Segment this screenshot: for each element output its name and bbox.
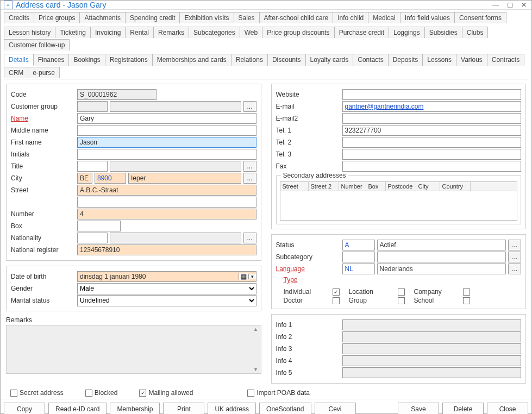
middle-name-field[interactable] bbox=[77, 125, 256, 136]
tab-lesson-history[interactable]: Lesson history bbox=[4, 27, 55, 38]
tab-various[interactable]: Various bbox=[456, 54, 487, 66]
email-field[interactable]: gantner@gantnerindia.com bbox=[342, 101, 522, 112]
tab-finances[interactable]: Finances bbox=[33, 54, 70, 66]
email2-field[interactable] bbox=[342, 113, 522, 124]
language-code-field[interactable] bbox=[342, 264, 375, 274]
tab-contacts[interactable]: Contacts bbox=[353, 54, 388, 66]
tab-remarks[interactable]: Remarks bbox=[153, 27, 189, 38]
uk-address-button[interactable]: UK address bbox=[208, 403, 256, 414]
tab-consent-forms[interactable]: Consent forms bbox=[454, 12, 506, 23]
tab-invoicing[interactable]: Invoicing bbox=[90, 27, 126, 38]
tab-subsidies[interactable]: Subsidies bbox=[424, 27, 462, 38]
delete-button[interactable]: Delete bbox=[442, 403, 484, 414]
customer-group-lookup-button[interactable]: ... bbox=[243, 101, 256, 112]
nationality-code-field[interactable] bbox=[77, 233, 108, 243]
tab-ticketing[interactable]: Ticketing bbox=[55, 27, 91, 38]
tel1-field[interactable] bbox=[342, 125, 522, 136]
marital-select[interactable]: Undefined bbox=[77, 295, 256, 306]
minimize-icon[interactable]: — bbox=[491, 1, 500, 9]
tab-bookings[interactable]: Bookings bbox=[68, 54, 105, 66]
mailing-checkbox[interactable]: ✓ bbox=[139, 390, 146, 397]
tab-rental[interactable]: Rental bbox=[125, 27, 154, 38]
language-lookup-button[interactable]: ... bbox=[508, 264, 521, 274]
grid-header-number[interactable]: Number bbox=[339, 182, 366, 191]
tab-lessons[interactable]: Lessons bbox=[422, 54, 456, 66]
tab-memberships-and-cards[interactable]: Memberships and cards bbox=[152, 54, 231, 66]
company-checkbox[interactable] bbox=[463, 288, 470, 296]
grid-header-street[interactable]: Street bbox=[280, 182, 309, 191]
calendar-icon[interactable]: ▦ bbox=[239, 273, 248, 280]
label-type[interactable]: Type bbox=[284, 276, 298, 284]
tab-price-group-discounts[interactable]: Price group discounts bbox=[262, 27, 334, 38]
initials-field[interactable] bbox=[77, 149, 256, 160]
secret-checkbox[interactable] bbox=[10, 390, 17, 397]
tab-after-school-child-care[interactable]: After-school child care bbox=[259, 12, 334, 23]
secondary-addresses-grid[interactable]: StreetStreet 2NumberBoxPostcodeCityCount… bbox=[280, 181, 518, 221]
close-button[interactable]: Close bbox=[487, 403, 528, 414]
tab-deposits[interactable]: Deposits bbox=[388, 54, 423, 66]
grid-header-street-2[interactable]: Street 2 bbox=[309, 182, 339, 191]
maximize-icon[interactable]: ▢ bbox=[505, 1, 514, 9]
onescotland-button[interactable]: OneScotland bbox=[259, 403, 311, 414]
tab-spending-credit[interactable]: Spending credit bbox=[125, 12, 180, 23]
tab-info-child[interactable]: Info child bbox=[333, 12, 368, 23]
close-icon[interactable]: ✕ bbox=[520, 1, 528, 9]
website-field[interactable] bbox=[342, 89, 522, 100]
remarks-scrollbar[interactable]: ▲▼ bbox=[252, 327, 260, 372]
individual-checkbox[interactable]: ✓ bbox=[333, 288, 340, 296]
number-field[interactable] bbox=[77, 209, 256, 219]
title-code-field[interactable] bbox=[77, 161, 108, 172]
status-code-field[interactable] bbox=[342, 240, 375, 250]
secret-address-option[interactable]: Secret address bbox=[10, 389, 64, 397]
tab-relations[interactable]: Relations bbox=[231, 54, 268, 66]
tab-discounts[interactable]: Discounts bbox=[267, 54, 306, 66]
chevron-down-icon[interactable]: ▾ bbox=[248, 274, 256, 279]
street2-field[interactable] bbox=[77, 197, 256, 208]
tab-web[interactable]: Web bbox=[240, 27, 262, 38]
tab-subcategories[interactable]: Subcategories bbox=[189, 27, 240, 38]
status-lookup-button[interactable]: ... bbox=[508, 240, 521, 250]
blocked-checkbox[interactable] bbox=[85, 390, 92, 397]
first-name-field[interactable] bbox=[77, 137, 256, 148]
dob-field[interactable]: dinsdag 1 januari 1980 ▦ ▾ bbox=[77, 271, 256, 282]
nationality-lookup-button[interactable]: ... bbox=[243, 233, 256, 243]
subcategory-lookup-button[interactable]: ... bbox=[508, 252, 521, 262]
tab-price-groups[interactable]: Price groups bbox=[34, 12, 80, 23]
tab-contracts[interactable]: Contracts bbox=[487, 54, 524, 66]
print-button[interactable]: Print bbox=[163, 403, 204, 414]
city-lookup-button[interactable]: ... bbox=[243, 173, 256, 184]
label-name[interactable]: Name bbox=[11, 115, 75, 122]
grid-header-box[interactable]: Box bbox=[366, 182, 386, 191]
import-checkbox[interactable] bbox=[247, 390, 254, 397]
save-button[interactable]: Save bbox=[398, 403, 439, 414]
fax-field[interactable] bbox=[342, 161, 522, 172]
grid-header-city[interactable]: City bbox=[416, 182, 440, 191]
copy-button[interactable]: Copy bbox=[4, 403, 45, 414]
blocked-option[interactable]: Blocked bbox=[85, 389, 118, 397]
import-poab-option[interactable]: Import POAB data bbox=[247, 389, 309, 397]
tab-credits[interactable]: Credits bbox=[4, 12, 34, 23]
city-postcode-field[interactable] bbox=[95, 173, 126, 184]
tab-registrations[interactable]: Registrations bbox=[105, 54, 153, 66]
cevi-button[interactable]: Cevi bbox=[315, 403, 356, 414]
tab-details[interactable]: Details bbox=[4, 54, 34, 66]
tab-crm[interactable]: CRM bbox=[4, 67, 28, 78]
national-register-field[interactable] bbox=[77, 244, 256, 255]
school-checkbox[interactable] bbox=[463, 297, 470, 304]
name-field[interactable] bbox=[77, 113, 256, 124]
info2-field[interactable] bbox=[342, 331, 522, 342]
location-checkbox[interactable] bbox=[398, 288, 405, 296]
street-field[interactable] bbox=[77, 185, 256, 196]
grid-header-postcode[interactable]: Postcode bbox=[386, 182, 416, 191]
info1-field[interactable] bbox=[342, 319, 522, 330]
city-name-field[interactable] bbox=[128, 173, 241, 184]
label-language[interactable]: Language bbox=[276, 265, 340, 273]
box-field[interactable] bbox=[77, 221, 121, 231]
tab-sales[interactable]: Sales bbox=[234, 12, 260, 23]
tab-info-field-values[interactable]: Info field values bbox=[400, 12, 455, 23]
tab-clubs[interactable]: Clubs bbox=[462, 27, 489, 38]
tab-attachments[interactable]: Attachments bbox=[79, 12, 126, 23]
tel3-field[interactable] bbox=[342, 149, 522, 160]
info5-field[interactable] bbox=[342, 367, 522, 378]
remarks-textarea[interactable]: ▲▼ bbox=[6, 325, 261, 374]
